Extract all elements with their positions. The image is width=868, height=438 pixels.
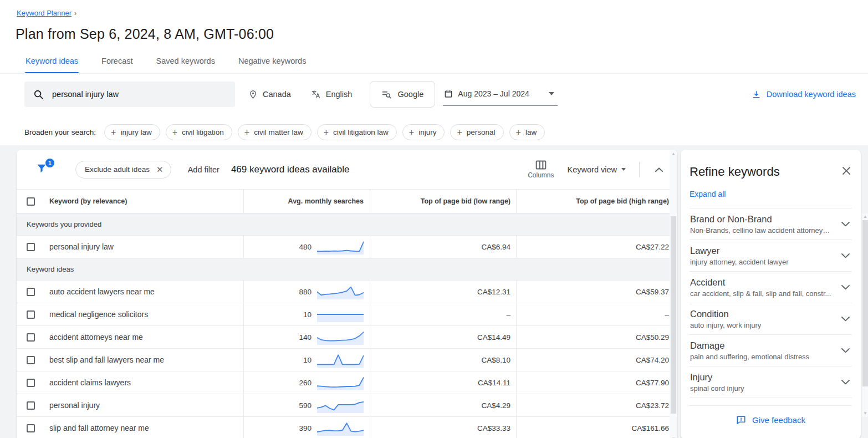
- trend-sparkline: [317, 375, 364, 390]
- high-bid-cell: CA$59.37: [636, 288, 669, 296]
- keyword-cell: best slip and fall lawyers near me: [49, 355, 164, 364]
- table-row: accident claims lawyers260CA$14.11CA$77.…: [17, 371, 677, 394]
- location-label: Canada: [263, 90, 291, 99]
- refine-panel-title: Refine keywords: [690, 165, 780, 179]
- location-selector[interactable]: Canada: [248, 90, 291, 99]
- broaden-chip-civil-litigation-law[interactable]: +civil litigation law: [317, 124, 397, 140]
- tab-forecast[interactable]: Forecast: [100, 49, 134, 74]
- keyword-cell: accident claims lawyers: [49, 378, 131, 387]
- keyword-view-dropdown[interactable]: Keyword view: [568, 165, 626, 174]
- refine-section-title: Injury: [690, 372, 744, 383]
- filter-button[interactable]: 1: [35, 162, 50, 177]
- row-checkbox[interactable]: [27, 356, 35, 364]
- panel-divider: [690, 405, 852, 406]
- trend-sparkline: [317, 398, 364, 413]
- searches-cell: 140: [299, 333, 312, 342]
- expand-all-link[interactable]: Expand all: [690, 190, 726, 198]
- refine-section-injury[interactable]: Injuryspinal cord injury: [690, 366, 852, 398]
- broaden-chips: +injury law+civil litigation+civil matte…: [104, 124, 545, 140]
- add-filter-button[interactable]: Add filter: [188, 165, 219, 174]
- refine-section-accident[interactable]: Accidentcar accident, slip & fall, slip …: [690, 272, 852, 303]
- high-bid-cell: CA$23.72: [636, 401, 669, 410]
- table-toolbar: 1 Exclude adult ideas ✕ Add filter 469 k…: [17, 150, 677, 190]
- chevron-down-icon[interactable]: [841, 253, 850, 258]
- chip-label: injury law: [120, 128, 151, 136]
- date-range-selector[interactable]: Aug 2023 – Jul 2024: [443, 83, 557, 106]
- scroll-up-arrow-icon[interactable]: ▲: [670, 151, 677, 157]
- breadcrumb-link[interactable]: Keyword Planner: [17, 9, 72, 17]
- close-panel-button[interactable]: [842, 166, 851, 175]
- download-keyword-ideas-button[interactable]: Download keyword ideas: [752, 90, 856, 99]
- scroll-up-arrow-icon[interactable]: ▲: [862, 213, 868, 220]
- keyword-cell: personal injury: [49, 401, 100, 410]
- row-checkbox[interactable]: [27, 379, 35, 387]
- chip-label: personal: [467, 128, 496, 136]
- keyword-cell: accident attorneys near me: [49, 333, 143, 342]
- row-checkbox[interactable]: [27, 288, 35, 296]
- refine-section-condition[interactable]: Conditionauto injury, work injury: [690, 303, 852, 335]
- network-selector[interactable]: Google: [370, 81, 435, 108]
- tab-keyword-ideas[interactable]: Keyword ideas: [24, 49, 79, 74]
- search-input[interactable]: [52, 90, 226, 99]
- panel-scrollbar-thumb[interactable]: [862, 220, 868, 386]
- searches-cell: 480: [299, 243, 312, 251]
- trend-sparkline: [317, 284, 364, 299]
- high-bid-cell: CA$27.22: [636, 243, 669, 251]
- table-scrollbar-thumb[interactable]: [671, 216, 676, 414]
- low-bid-cell: CA$14.49: [477, 333, 510, 342]
- refine-section-damage[interactable]: Damagepain and suffering, emotional dist…: [690, 335, 852, 366]
- chevron-down-icon[interactable]: [841, 348, 850, 353]
- broaden-chip-injury[interactable]: +injury: [402, 124, 445, 140]
- chevron-down-icon[interactable]: [841, 285, 850, 290]
- chevron-down-icon[interactable]: [841, 222, 850, 227]
- table-scrollbar[interactable]: ▲ ▼: [670, 150, 677, 438]
- chevron-up-icon: [655, 167, 663, 172]
- broaden-chip-law[interactable]: +law: [509, 124, 545, 140]
- broaden-chip-personal[interactable]: +personal: [450, 124, 503, 140]
- language-selector[interactable]: English: [311, 89, 353, 99]
- refine-section-lawyer[interactable]: Lawyerinjury attorney, accident lawyer: [690, 240, 852, 272]
- tab-saved-keywords[interactable]: Saved keywords: [155, 49, 216, 74]
- select-all-checkbox[interactable]: [27, 197, 35, 206]
- plus-icon: +: [516, 128, 521, 137]
- panel-scrollbar[interactable]: ▲ ▼: [862, 213, 868, 417]
- refine-section-text: Lawyerinjury attorney, accident lawyer: [690, 246, 789, 266]
- keyword-view-label: Keyword view: [568, 165, 617, 174]
- refine-section-subtitle: spinal cord injury: [690, 384, 744, 393]
- refine-section-brand-or-non-brand[interactable]: Brand or Non-BrandNon-Brands, cellino la…: [690, 208, 852, 240]
- broaden-chip-civil-litigation[interactable]: +civil litigation: [166, 124, 232, 140]
- download-label: Download keyword ideas: [767, 90, 856, 99]
- collapse-table-button[interactable]: [653, 165, 665, 174]
- give-feedback-button[interactable]: Give feedback: [690, 415, 852, 425]
- translate-icon: [311, 89, 321, 99]
- row-checkbox[interactable]: [27, 243, 35, 251]
- search-icon: [33, 89, 44, 100]
- columns-button[interactable]: Columns: [528, 160, 554, 179]
- calendar-icon: [444, 89, 453, 98]
- broaden-chip-civil-matter-law[interactable]: +civil matter law: [238, 124, 312, 140]
- broaden-chip-injury-law[interactable]: +injury law: [104, 124, 160, 140]
- row-checkbox[interactable]: [27, 424, 35, 432]
- exclude-adult-ideas-chip[interactable]: Exclude adult ideas ✕: [75, 161, 171, 179]
- scroll-down-arrow-icon[interactable]: ▼: [670, 436, 677, 438]
- keyword-cell: slip and fall attorney near me: [49, 424, 149, 432]
- keyword-search-box[interactable]: [24, 82, 235, 107]
- low-bid-cell: CA$12.31: [477, 288, 510, 296]
- chip-label: law: [525, 128, 537, 136]
- table-row: personal injury590CA$4.29CA$23.72: [17, 394, 677, 417]
- row-checkbox[interactable]: [27, 401, 35, 410]
- refine-section-title: Accident: [690, 277, 831, 288]
- column-header-high-bid: Top of page bid (high range): [576, 197, 669, 205]
- row-checkbox[interactable]: [27, 310, 35, 319]
- chevron-down-icon[interactable]: [841, 317, 850, 322]
- scroll-down-arrow-icon[interactable]: ▼: [862, 410, 868, 417]
- close-icon[interactable]: ✕: [156, 165, 164, 175]
- searches-cell: 10: [303, 310, 312, 319]
- tab-negative-keywords[interactable]: Negative keywords: [237, 49, 308, 74]
- table-row: best slip and fall lawyers near me10CA$8…: [17, 349, 677, 371]
- broaden-label: Broaden your search:: [24, 128, 96, 136]
- row-checkbox[interactable]: [27, 333, 35, 342]
- tools-row: Canada English Google Aug 2023 – Jul 202…: [24, 81, 856, 108]
- section-label: Keyword ideas: [27, 265, 74, 273]
- chevron-down-icon[interactable]: [841, 380, 850, 385]
